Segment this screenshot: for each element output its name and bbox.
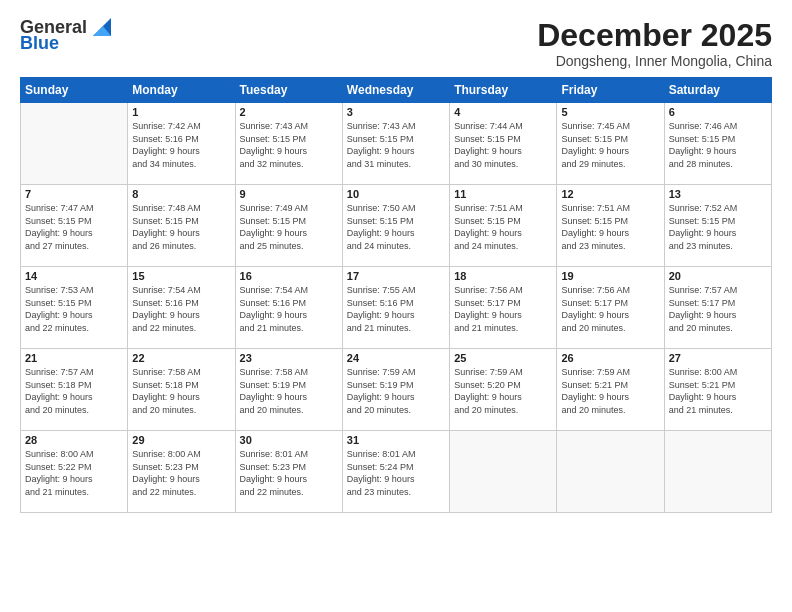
header-friday: Friday: [557, 78, 664, 103]
day-info: Sunrise: 7:58 AMSunset: 5:18 PMDaylight:…: [132, 366, 230, 416]
calendar-cell: 13Sunrise: 7:52 AMSunset: 5:15 PMDayligh…: [664, 185, 771, 267]
header: General Blue December 2025 Dongsheng, In…: [20, 18, 772, 69]
day-number: 1: [132, 106, 230, 118]
day-info: Sunrise: 8:00 AMSunset: 5:21 PMDaylight:…: [669, 366, 767, 416]
day-number: 28: [25, 434, 123, 446]
calendar-cell: 23Sunrise: 7:58 AMSunset: 5:19 PMDayligh…: [235, 349, 342, 431]
day-number: 19: [561, 270, 659, 282]
day-info: Sunrise: 7:50 AMSunset: 5:15 PMDaylight:…: [347, 202, 445, 252]
day-info: Sunrise: 7:59 AMSunset: 5:19 PMDaylight:…: [347, 366, 445, 416]
day-number: 26: [561, 352, 659, 364]
day-number: 2: [240, 106, 338, 118]
day-info: Sunrise: 7:43 AMSunset: 5:15 PMDaylight:…: [240, 120, 338, 170]
day-number: 30: [240, 434, 338, 446]
day-number: 10: [347, 188, 445, 200]
header-thursday: Thursday: [450, 78, 557, 103]
day-number: 9: [240, 188, 338, 200]
day-info: Sunrise: 8:01 AMSunset: 5:24 PMDaylight:…: [347, 448, 445, 498]
logo-icon: [89, 18, 111, 36]
header-wednesday: Wednesday: [342, 78, 449, 103]
day-info: Sunrise: 7:46 AMSunset: 5:15 PMDaylight:…: [669, 120, 767, 170]
location: Dongsheng, Inner Mongolia, China: [537, 53, 772, 69]
day-info: Sunrise: 7:43 AMSunset: 5:15 PMDaylight:…: [347, 120, 445, 170]
day-number: 5: [561, 106, 659, 118]
month-title: December 2025: [537, 18, 772, 53]
calendar-cell: 24Sunrise: 7:59 AMSunset: 5:19 PMDayligh…: [342, 349, 449, 431]
header-saturday: Saturday: [664, 78, 771, 103]
week-row-1: 1Sunrise: 7:42 AMSunset: 5:16 PMDaylight…: [21, 103, 772, 185]
title-block: December 2025 Dongsheng, Inner Mongolia,…: [537, 18, 772, 69]
day-number: 13: [669, 188, 767, 200]
day-number: 16: [240, 270, 338, 282]
day-info: Sunrise: 8:00 AMSunset: 5:23 PMDaylight:…: [132, 448, 230, 498]
calendar-cell: 29Sunrise: 8:00 AMSunset: 5:23 PMDayligh…: [128, 431, 235, 513]
calendar-cell: 10Sunrise: 7:50 AMSunset: 5:15 PMDayligh…: [342, 185, 449, 267]
day-number: 7: [25, 188, 123, 200]
day-number: 21: [25, 352, 123, 364]
calendar-cell: 31Sunrise: 8:01 AMSunset: 5:24 PMDayligh…: [342, 431, 449, 513]
day-info: Sunrise: 7:54 AMSunset: 5:16 PMDaylight:…: [240, 284, 338, 334]
calendar-cell: 16Sunrise: 7:54 AMSunset: 5:16 PMDayligh…: [235, 267, 342, 349]
day-info: Sunrise: 7:57 AMSunset: 5:17 PMDaylight:…: [669, 284, 767, 334]
calendar-header-row: Sunday Monday Tuesday Wednesday Thursday…: [21, 78, 772, 103]
header-sunday: Sunday: [21, 78, 128, 103]
calendar-cell: 7Sunrise: 7:47 AMSunset: 5:15 PMDaylight…: [21, 185, 128, 267]
day-info: Sunrise: 7:51 AMSunset: 5:15 PMDaylight:…: [561, 202, 659, 252]
calendar-cell: 11Sunrise: 7:51 AMSunset: 5:15 PMDayligh…: [450, 185, 557, 267]
week-row-5: 28Sunrise: 8:00 AMSunset: 5:22 PMDayligh…: [21, 431, 772, 513]
day-info: Sunrise: 7:58 AMSunset: 5:19 PMDaylight:…: [240, 366, 338, 416]
day-number: 14: [25, 270, 123, 282]
day-info: Sunrise: 7:47 AMSunset: 5:15 PMDaylight:…: [25, 202, 123, 252]
day-info: Sunrise: 7:57 AMSunset: 5:18 PMDaylight:…: [25, 366, 123, 416]
day-number: 12: [561, 188, 659, 200]
logo-blue: Blue: [20, 34, 59, 54]
day-number: 8: [132, 188, 230, 200]
calendar-cell: 9Sunrise: 7:49 AMSunset: 5:15 PMDaylight…: [235, 185, 342, 267]
calendar-cell: 26Sunrise: 7:59 AMSunset: 5:21 PMDayligh…: [557, 349, 664, 431]
page: General Blue December 2025 Dongsheng, In…: [0, 0, 792, 612]
day-info: Sunrise: 7:53 AMSunset: 5:15 PMDaylight:…: [25, 284, 123, 334]
calendar-cell: 20Sunrise: 7:57 AMSunset: 5:17 PMDayligh…: [664, 267, 771, 349]
day-info: Sunrise: 7:56 AMSunset: 5:17 PMDaylight:…: [561, 284, 659, 334]
day-number: 4: [454, 106, 552, 118]
day-number: 29: [132, 434, 230, 446]
week-row-3: 14Sunrise: 7:53 AMSunset: 5:15 PMDayligh…: [21, 267, 772, 349]
day-number: 27: [669, 352, 767, 364]
day-number: 3: [347, 106, 445, 118]
day-number: 22: [132, 352, 230, 364]
calendar-cell: 30Sunrise: 8:01 AMSunset: 5:23 PMDayligh…: [235, 431, 342, 513]
day-info: Sunrise: 7:55 AMSunset: 5:16 PMDaylight:…: [347, 284, 445, 334]
calendar-cell: 12Sunrise: 7:51 AMSunset: 5:15 PMDayligh…: [557, 185, 664, 267]
day-number: 17: [347, 270, 445, 282]
calendar-cell: 14Sunrise: 7:53 AMSunset: 5:15 PMDayligh…: [21, 267, 128, 349]
day-info: Sunrise: 7:42 AMSunset: 5:16 PMDaylight:…: [132, 120, 230, 170]
calendar-cell: 15Sunrise: 7:54 AMSunset: 5:16 PMDayligh…: [128, 267, 235, 349]
day-number: 11: [454, 188, 552, 200]
calendar-cell: 4Sunrise: 7:44 AMSunset: 5:15 PMDaylight…: [450, 103, 557, 185]
day-info: Sunrise: 7:44 AMSunset: 5:15 PMDaylight:…: [454, 120, 552, 170]
header-tuesday: Tuesday: [235, 78, 342, 103]
day-info: Sunrise: 7:48 AMSunset: 5:15 PMDaylight:…: [132, 202, 230, 252]
day-info: Sunrise: 7:56 AMSunset: 5:17 PMDaylight:…: [454, 284, 552, 334]
day-info: Sunrise: 7:54 AMSunset: 5:16 PMDaylight:…: [132, 284, 230, 334]
calendar-cell: 1Sunrise: 7:42 AMSunset: 5:16 PMDaylight…: [128, 103, 235, 185]
calendar-cell: 8Sunrise: 7:48 AMSunset: 5:15 PMDaylight…: [128, 185, 235, 267]
calendar-cell: 21Sunrise: 7:57 AMSunset: 5:18 PMDayligh…: [21, 349, 128, 431]
calendar-cell: 18Sunrise: 7:56 AMSunset: 5:17 PMDayligh…: [450, 267, 557, 349]
day-info: Sunrise: 7:51 AMSunset: 5:15 PMDaylight:…: [454, 202, 552, 252]
day-info: Sunrise: 7:59 AMSunset: 5:21 PMDaylight:…: [561, 366, 659, 416]
day-number: 23: [240, 352, 338, 364]
calendar-cell: [664, 431, 771, 513]
logo: General Blue: [20, 18, 111, 54]
calendar-cell: 25Sunrise: 7:59 AMSunset: 5:20 PMDayligh…: [450, 349, 557, 431]
calendar-cell: 22Sunrise: 7:58 AMSunset: 5:18 PMDayligh…: [128, 349, 235, 431]
day-info: Sunrise: 7:45 AMSunset: 5:15 PMDaylight:…: [561, 120, 659, 170]
calendar-cell: [21, 103, 128, 185]
day-number: 6: [669, 106, 767, 118]
day-number: 20: [669, 270, 767, 282]
day-number: 18: [454, 270, 552, 282]
calendar-cell: 6Sunrise: 7:46 AMSunset: 5:15 PMDaylight…: [664, 103, 771, 185]
day-info: Sunrise: 7:52 AMSunset: 5:15 PMDaylight:…: [669, 202, 767, 252]
calendar-cell: 5Sunrise: 7:45 AMSunset: 5:15 PMDaylight…: [557, 103, 664, 185]
header-monday: Monday: [128, 78, 235, 103]
